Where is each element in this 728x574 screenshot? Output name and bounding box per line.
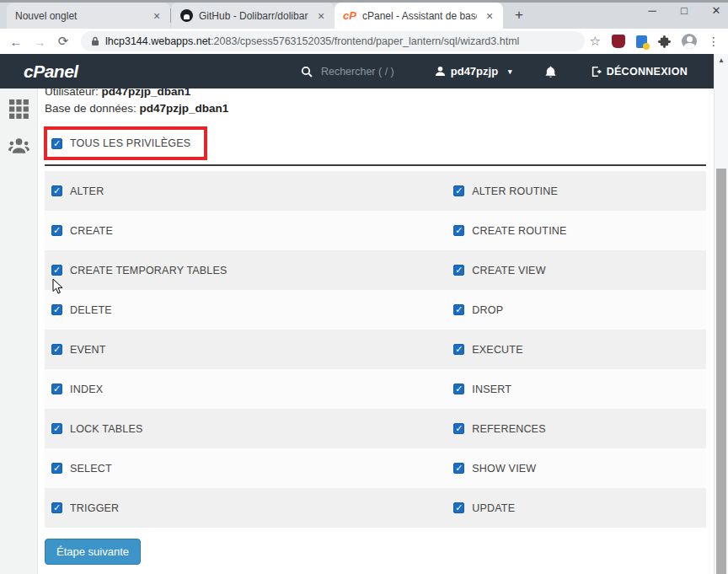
- profile-avatar[interactable]: [682, 34, 697, 49]
- table-row: ✓CREATE ✓CREATE ROUTINE: [45, 211, 706, 250]
- tab-github[interactable]: GitHub - Dolibarr/dolibarr: Dolib ×: [171, 3, 335, 29]
- privilege-item[interactable]: ✓SELECT: [45, 463, 447, 475]
- puzzle-extensions-icon[interactable]: [658, 35, 671, 48]
- cpanel-header-right: Rechercher ( / ) pd47pzjp ▾ DÉCONNEXION: [301, 65, 704, 78]
- privilege-item[interactable]: ✓CREATE: [45, 225, 447, 237]
- all-privileges-label[interactable]: TOUS LES PRIVILÈGES: [70, 137, 190, 149]
- cpanel-favicon-icon: cP: [343, 9, 356, 23]
- privilege-item[interactable]: ✓SHOW VIEW: [447, 463, 706, 475]
- logout-button[interactable]: DÉCONNEXION: [591, 66, 688, 78]
- bookmark-star-icon[interactable]: ☆: [590, 34, 601, 49]
- checkbox[interactable]: ✓: [51, 265, 62, 276]
- database-value: pd47pzjp_dban1: [140, 102, 229, 115]
- cpanel-header: cPanel Rechercher ( / ) pd47pzjp ▾: [0, 54, 728, 89]
- table-row: ✓DELETE ✓DROP: [45, 290, 706, 330]
- tab-close-icon[interactable]: ×: [483, 9, 496, 23]
- all-privileges-checkbox[interactable]: ✓: [51, 138, 62, 149]
- ublock-extension-icon[interactable]: [612, 35, 625, 48]
- logout-label: DÉCONNEXION: [607, 66, 688, 78]
- reload-icon[interactable]: ⟳: [54, 34, 72, 49]
- privilege-item[interactable]: ✓EVENT: [45, 344, 447, 356]
- checkbox[interactable]: ✓: [51, 185, 62, 196]
- search-icon: [301, 66, 313, 78]
- user-icon: [435, 66, 446, 77]
- left-sidebar: [0, 89, 38, 574]
- tab-close-icon[interactable]: ×: [150, 9, 163, 23]
- checkbox[interactable]: ✓: [51, 344, 62, 355]
- close-window-button[interactable]: ✕: [709, 4, 723, 17]
- checkbox[interactable]: ✓: [51, 463, 62, 474]
- checkbox[interactable]: ✓: [51, 423, 62, 434]
- apps-grid-icon[interactable]: [9, 99, 29, 119]
- privilege-item[interactable]: ✓DELETE: [45, 304, 447, 316]
- privilege-item[interactable]: ✓LOCK TABLES: [45, 423, 447, 435]
- tab-cpanel-active[interactable]: cP cPanel - Assistant de base de do ×: [335, 3, 503, 29]
- back-icon[interactable]: ←: [7, 35, 25, 49]
- browser-menu-icon[interactable]: ⋮: [708, 35, 720, 48]
- privilege-item[interactable]: ✓TRIGGER: [45, 502, 447, 514]
- database-label: Base de données:: [45, 102, 140, 115]
- scrollbar-thumb[interactable]: [716, 169, 726, 574]
- checkbox[interactable]: ✓: [51, 304, 62, 315]
- privilege-item[interactable]: ✓UPDATE: [447, 502, 706, 514]
- privilege-item[interactable]: ✓ALTER: [45, 185, 447, 197]
- new-tab-button[interactable]: +: [508, 4, 530, 26]
- privilege-item[interactable]: ✓CREATE TEMPORARY TABLES: [45, 265, 447, 276]
- checkbox[interactable]: ✓: [453, 384, 464, 394]
- minimize-button[interactable]: ─: [645, 4, 659, 17]
- url-path: :2083/cpsess5763152035/frontend/paper_la…: [211, 35, 519, 47]
- privilege-item[interactable]: ✓CREATE ROUTINE: [447, 225, 706, 237]
- user-value: pd47pzjp_dban1: [102, 89, 191, 98]
- checkbox[interactable]: ✓: [51, 502, 62, 513]
- tab-close-icon[interactable]: ×: [314, 9, 328, 23]
- cpanel-logo: cPanel: [24, 62, 78, 82]
- checkbox[interactable]: ✓: [453, 225, 464, 236]
- checkbox[interactable]: ✓: [453, 423, 464, 434]
- scrollbar-up-arrow[interactable]: ▲: [715, 54, 728, 67]
- privilege-item[interactable]: ✓INDEX: [45, 384, 447, 395]
- divider: [45, 164, 706, 166]
- search-placeholder: Rechercher ( / ): [321, 66, 394, 78]
- next-step-button[interactable]: Étape suivante: [45, 539, 141, 565]
- users-group-icon[interactable]: [8, 137, 29, 154]
- tab-title: Nouvel onglet: [15, 10, 144, 22]
- browser-tab-strip: Nouvel onglet × GitHub - Dolibarr/doliba…: [0, 0, 728, 29]
- url-host: lhcp3144.webapps.net: [105, 35, 211, 47]
- page-body: Utilisateur: pd47pzjp_dban1 Base de donn…: [0, 89, 728, 574]
- privilege-item[interactable]: ✓DROP: [447, 304, 706, 316]
- user-menu[interactable]: pd47pzjp ▾: [435, 65, 512, 78]
- table-row: ✓INDEX ✓INSERT: [45, 369, 706, 409]
- checkbox[interactable]: ✓: [453, 265, 464, 276]
- checkbox[interactable]: ✓: [453, 463, 464, 474]
- checkbox[interactable]: ✓: [453, 185, 464, 196]
- privilege-item[interactable]: ✓INSERT: [447, 384, 706, 395]
- main-content: Utilisateur: pd47pzjp_dban1 Base de donn…: [38, 89, 728, 574]
- checkbox[interactable]: ✓: [453, 344, 464, 355]
- table-row: ✓LOCK TABLES ✓REFERENCES: [45, 409, 706, 448]
- address-bar[interactable]: lhcp3144.webapps.net:2083/cpsess57631520…: [81, 31, 585, 51]
- browser-toolbar: ← → ⟳ lhcp3144.webapps.net:2083/cpsess57…: [0, 29, 728, 54]
- privilege-item[interactable]: ✓CREATE VIEW: [447, 265, 706, 276]
- logout-icon: [591, 66, 602, 78]
- url-text: lhcp3144.webapps.net:2083/cpsess57631520…: [105, 35, 519, 47]
- notifications-bell-icon[interactable]: [544, 65, 557, 78]
- checkbox[interactable]: ✓: [453, 304, 464, 315]
- github-icon: [179, 9, 193, 23]
- table-row: ✓CREATE TEMPORARY TABLES ✓CREATE VIEW: [45, 250, 706, 290]
- privilege-item[interactable]: ✓EXECUTE: [447, 344, 706, 356]
- privilege-item[interactable]: ✓ALTER ROUTINE: [447, 185, 706, 197]
- lock-icon: [91, 36, 99, 46]
- checkbox[interactable]: ✓: [51, 225, 62, 236]
- user-info-line: Utilisateur: pd47pzjp_dban1: [45, 89, 706, 99]
- tab-nouvel-onglet[interactable]: Nouvel onglet ×: [7, 3, 170, 29]
- blue-doc-extension-icon[interactable]: [636, 35, 647, 48]
- maximize-button[interactable]: □: [677, 4, 691, 17]
- checkbox[interactable]: ✓: [453, 502, 464, 513]
- forward-icon[interactable]: →: [30, 35, 49, 49]
- header-search[interactable]: Rechercher ( / ): [301, 66, 394, 78]
- table-row: ✓EVENT ✓EXECUTE: [45, 330, 706, 369]
- toolbar-right: ☆ ⋮: [590, 34, 721, 49]
- checkbox[interactable]: ✓: [51, 384, 62, 394]
- privilege-item[interactable]: ✓REFERENCES: [447, 423, 706, 435]
- page-scrollbar[interactable]: ▲: [714, 54, 728, 574]
